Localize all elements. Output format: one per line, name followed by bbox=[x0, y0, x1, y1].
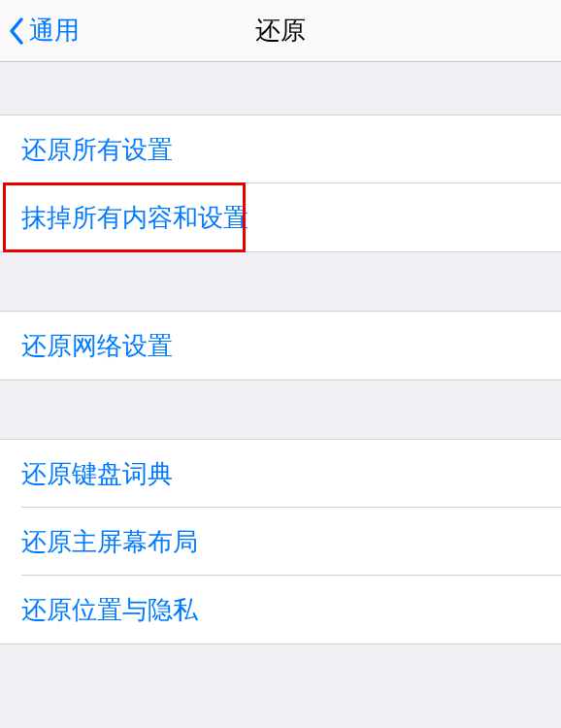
reset-location-privacy-item[interactable]: 还原位置与隐私 bbox=[0, 576, 561, 644]
list-item-label: 还原所有设置 bbox=[21, 133, 173, 167]
reset-keyboard-dictionary-item[interactable]: 还原键盘词典 bbox=[0, 440, 561, 508]
navigation-bar: 通用 还原 bbox=[0, 0, 561, 62]
page-title: 还原 bbox=[0, 14, 561, 48]
list-item-label: 还原主屏幕布局 bbox=[21, 525, 198, 559]
list-item-label: 还原位置与隐私 bbox=[21, 593, 198, 627]
back-label: 通用 bbox=[29, 14, 80, 48]
settings-group-3: 还原键盘词典 还原主屏幕布局 还原位置与隐私 bbox=[0, 439, 561, 645]
settings-group-2: 还原网络设置 bbox=[0, 311, 561, 381]
spacer bbox=[0, 252, 561, 311]
spacer bbox=[0, 62, 561, 115]
list-item-label: 还原网络设置 bbox=[21, 329, 173, 363]
chevron-left-icon bbox=[8, 17, 25, 46]
list-item-label: 还原键盘词典 bbox=[21, 457, 173, 491]
erase-all-content-item[interactable]: 抹掉所有内容和设置 bbox=[0, 183, 561, 251]
reset-home-layout-item[interactable]: 还原主屏幕布局 bbox=[0, 508, 561, 576]
reset-all-settings-item[interactable]: 还原所有设置 bbox=[0, 116, 561, 183]
reset-network-item[interactable]: 还原网络设置 bbox=[0, 312, 561, 380]
settings-group-1: 还原所有设置 抹掉所有内容和设置 bbox=[0, 115, 561, 252]
back-button[interactable]: 通用 bbox=[0, 14, 80, 48]
spacer bbox=[0, 381, 561, 439]
list-item-label: 抹掉所有内容和设置 bbox=[21, 201, 248, 235]
